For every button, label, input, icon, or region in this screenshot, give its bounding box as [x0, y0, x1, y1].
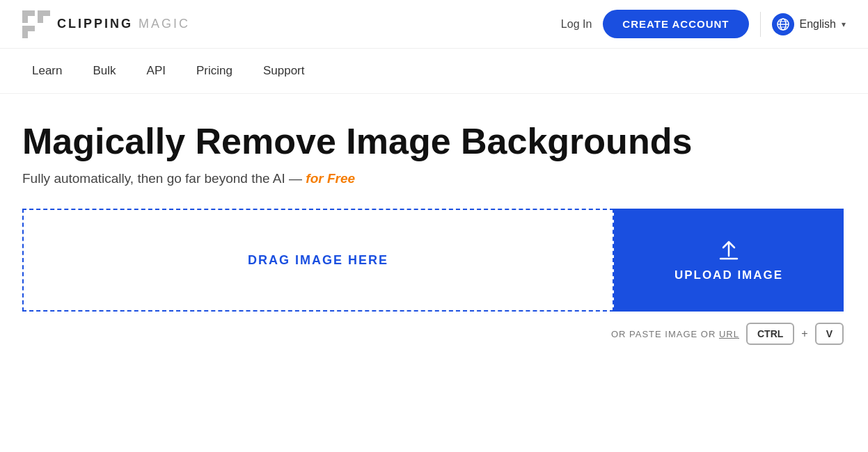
main-nav: Learn Bulk API Pricing Support — [0, 49, 868, 94]
drag-zone-label: DRAG IMAGE HERE — [248, 253, 388, 268]
upload-image-button[interactable]: UPLOAD IMAGE — [614, 209, 844, 312]
nav-item-pricing[interactable]: Pricing — [184, 49, 245, 93]
create-account-button[interactable]: CREATE ACCOUNT — [603, 10, 748, 38]
header-right: Log In CREATE ACCOUNT English ▾ — [561, 10, 846, 38]
login-link[interactable]: Log In — [561, 18, 592, 31]
nav-item-api[interactable]: API — [134, 49, 178, 93]
upload-area: DRAG IMAGE HERE UPLOAD IMAGE — [22, 209, 844, 312]
logo-text: CLIPPING MAGIC — [57, 17, 190, 31]
svg-rect-6 — [28, 31, 35, 38]
nav-item-learn[interactable]: Learn — [19, 49, 74, 93]
v-key-badge: V — [815, 323, 844, 345]
page-subheadline: Fully automatically, then go far beyond … — [22, 171, 846, 186]
language-label: English — [800, 18, 836, 31]
plus-icon: + — [801, 328, 807, 340]
main-content: Magically Remove Image Backgrounds Fully… — [0, 94, 868, 366]
chevron-down-icon: ▾ — [842, 19, 846, 29]
nav-item-support[interactable]: Support — [251, 49, 317, 93]
nav-item-bulk[interactable]: Bulk — [80, 49, 128, 93]
upload-btn-label: UPLOAD IMAGE — [674, 268, 783, 282]
globe-icon — [772, 13, 794, 35]
ctrl-key-badge: CTRL — [746, 323, 794, 345]
logo-icon — [22, 10, 50, 38]
page-headline: Magically Remove Image Backgrounds — [22, 122, 846, 161]
language-selector[interactable]: English ▾ — [772, 13, 846, 35]
svg-rect-3 — [38, 26, 50, 38]
logo[interactable]: CLIPPING MAGIC — [22, 10, 190, 38]
svg-rect-4 — [28, 16, 35, 23]
drag-drop-zone[interactable]: DRAG IMAGE HERE — [22, 209, 614, 312]
header: CLIPPING MAGIC Log In CREATE ACCOUNT Eng… — [0, 0, 868, 49]
header-divider — [760, 12, 761, 37]
svg-rect-5 — [43, 16, 50, 23]
upload-icon — [716, 238, 741, 263]
subheadline-prefix: Fully automatically, then go far beyond … — [22, 171, 306, 186]
paste-url-label: URL — [719, 329, 739, 339]
paste-area: OR PASTE IMAGE OR URL CTRL + V — [22, 323, 844, 345]
paste-instruction: OR PASTE IMAGE OR URL — [611, 329, 739, 339]
subheadline-highlight: for Free — [306, 171, 355, 186]
